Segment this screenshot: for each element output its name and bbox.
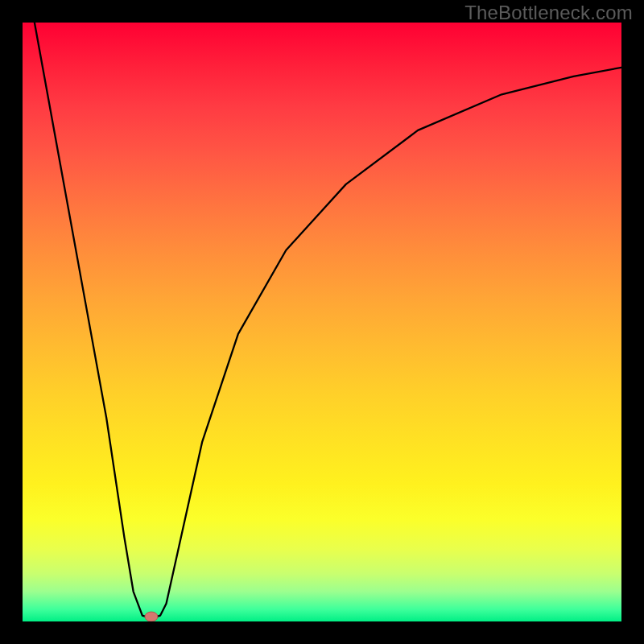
chart-frame: TheBottleneck.com — [0, 0, 644, 644]
watermark-text: TheBottleneck.com — [464, 2, 633, 24]
curve-overlay — [23, 23, 621, 621]
min-marker — [145, 612, 158, 621]
plot-area — [23, 23, 621, 621]
bottleneck-curve — [35, 23, 621, 618]
